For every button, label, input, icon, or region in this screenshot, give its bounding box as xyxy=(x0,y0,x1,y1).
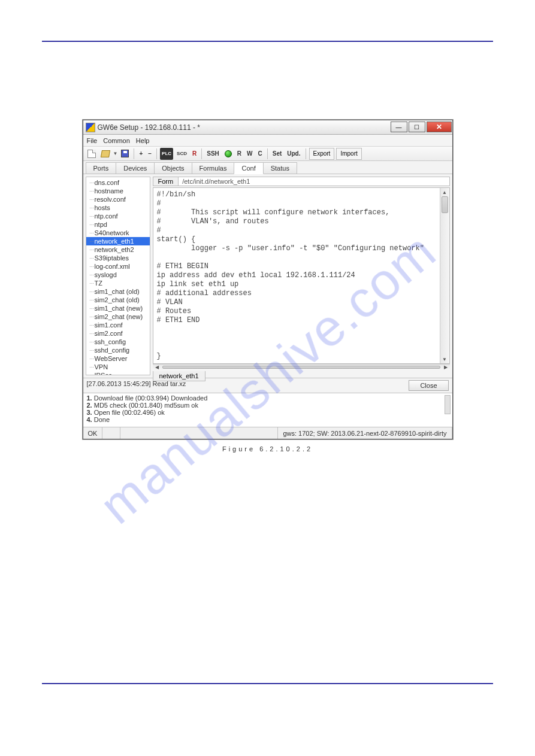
vscroll-thumb[interactable] xyxy=(442,196,448,213)
toolbar-separator xyxy=(156,148,157,159)
tree-item-s39iptables[interactable]: S39iptables xyxy=(86,254,150,262)
code-editor[interactable]: #!/bin/sh # # This script will configure… xyxy=(153,188,440,363)
tree-item-webserver[interactable]: WebServer xyxy=(86,354,150,363)
window-title: GW6e Setup - 192.168.0.111 - * xyxy=(98,123,390,132)
toolbar-separator xyxy=(201,148,202,159)
dropdown-arrow-icon[interactable]: ▼ xyxy=(113,151,118,156)
scroll-down-icon[interactable]: ▼ xyxy=(440,355,449,363)
tree-item-sshd-config[interactable]: sshd_config xyxy=(86,346,150,354)
editor-container: #!/bin/sh # # This script will configure… xyxy=(153,187,450,364)
menu-common[interactable]: Common xyxy=(103,137,130,144)
ssh-connected-icon xyxy=(225,150,232,157)
tab-conf[interactable]: Conf xyxy=(234,162,263,174)
tree-item-sim1-chat-old-[interactable]: sim1_chat (old) xyxy=(86,287,150,296)
figure-caption: Figure 6.2.10.2.2 xyxy=(42,445,493,453)
log-line: 1. Download file (00:03.994) Downloaded xyxy=(87,394,440,402)
tree-item-syslogd[interactable]: syslogd xyxy=(86,271,150,279)
main-tabbar: Ports Devices Objects Formulas Conf Stat… xyxy=(83,161,452,174)
close-window-button[interactable]: ✕ xyxy=(427,122,452,132)
tree-item-vpn[interactable]: VPN xyxy=(86,363,150,371)
vertical-scrollbar[interactable]: ▲ ▼ xyxy=(440,188,449,363)
maximize-button[interactable]: ☐ xyxy=(409,122,425,132)
save-icon xyxy=(121,150,129,157)
tree-item-ntpd[interactable]: ntpd xyxy=(86,220,150,229)
tree-item-network-eth1[interactable]: network_eth1 xyxy=(86,237,150,245)
tab-objects[interactable]: Objects xyxy=(154,162,192,174)
tree-item-sim2-chat-old-[interactable]: sim2_chat (old) xyxy=(86,296,150,304)
hscroll-thumb[interactable] xyxy=(162,366,440,369)
status-text: [27.06.2013 15:45:29] Read tar.xz xyxy=(87,380,186,391)
file-path: /etc/init.d/network_eth1 xyxy=(179,177,449,186)
tree-item-resolv-conf[interactable]: resolv.conf xyxy=(86,195,150,204)
tree-item-network-eth2[interactable]: network_eth2 xyxy=(86,245,150,254)
tree-item-hostname[interactable]: hostname xyxy=(86,187,150,195)
menu-help[interactable]: Help xyxy=(136,137,150,144)
scd-button[interactable]: SCD xyxy=(175,148,189,160)
tree-item-ipsec[interactable]: IPSec xyxy=(86,371,150,375)
tree-item-ntp-conf[interactable]: ntp.conf xyxy=(86,212,150,220)
minimize-button[interactable]: — xyxy=(391,122,407,132)
tree-item-log-conf-xml[interactable]: log-conf.xml xyxy=(86,262,150,271)
scroll-up-icon[interactable]: ▲ xyxy=(440,188,449,196)
tree-item-ssh-config[interactable]: ssh_config xyxy=(86,338,150,346)
remove-button[interactable]: − xyxy=(146,148,153,160)
app-icon xyxy=(86,123,95,132)
c-button[interactable]: C xyxy=(256,148,264,160)
tree-item-sim2-chat-new-[interactable]: sim2_chat (new) xyxy=(86,312,150,321)
tree-item-hosts[interactable]: hosts xyxy=(86,204,150,212)
open-button[interactable] xyxy=(99,148,111,160)
add-button[interactable]: + xyxy=(137,148,144,160)
form-tab[interactable]: Form xyxy=(153,177,179,186)
scroll-left-icon[interactable]: ◀ xyxy=(153,365,161,370)
w-button[interactable]: W xyxy=(245,148,254,160)
open-icon xyxy=(100,150,110,157)
log-scrollbar[interactable] xyxy=(445,395,451,414)
log-line: 2. MD5 check (00:01.840) md5sum ok xyxy=(87,402,440,409)
log-line: 3. Open file (00:02.496) ok xyxy=(87,409,440,416)
content-area: dns.confhostnameresolv.confhostsntp.conf… xyxy=(83,174,452,378)
plc-button[interactable]: PLC xyxy=(160,148,173,160)
divider-top xyxy=(42,41,493,42)
ssh-label: SSH xyxy=(205,148,221,160)
tree-item-sim2-conf[interactable]: sim2.conf xyxy=(86,329,150,338)
horizontal-scrollbar[interactable]: ◀ ▶ xyxy=(153,364,450,370)
scroll-right-icon[interactable]: ▶ xyxy=(442,365,450,370)
tree-item-s40network[interactable]: S40network xyxy=(86,229,150,237)
tree-item-dns-conf[interactable]: dns.conf xyxy=(86,178,150,187)
log-area: 1. Download file (00:03.994) Downloaded2… xyxy=(83,393,452,427)
tree-item-tz[interactable]: TZ xyxy=(86,279,150,287)
titlebar: GW6e Setup - 192.168.0.111 - * — ☐ ✕ xyxy=(83,120,452,135)
divider-bottom xyxy=(42,683,493,684)
app-window: GW6e Setup - 192.168.0.111 - * — ☐ ✕ Fil… xyxy=(83,120,453,439)
toolbar-separator xyxy=(267,148,268,159)
r-button-1[interactable]: R xyxy=(191,148,198,160)
ssh-status-button[interactable] xyxy=(223,148,234,160)
statusbar-version: gws: 1702; SW: 2013.06.21-next-02-876991… xyxy=(278,427,452,439)
toolbar-separator xyxy=(134,148,134,159)
set-button[interactable]: Set xyxy=(271,148,284,160)
import-button[interactable]: Import xyxy=(336,148,361,160)
toolbar-separator xyxy=(306,148,306,159)
tab-ports[interactable]: Ports xyxy=(86,162,117,174)
menu-file[interactable]: File xyxy=(87,137,98,144)
upd-button[interactable]: Upd. xyxy=(285,148,302,160)
config-tree[interactable]: dns.confhostnameresolv.confhostsntp.conf… xyxy=(86,177,150,375)
new-button[interactable] xyxy=(86,148,98,160)
tab-status[interactable]: Status xyxy=(263,162,297,174)
statusbar: OK gws: 1702; SW: 2013.06.21-next-02-876… xyxy=(83,427,452,439)
statusbar-cell xyxy=(102,427,120,439)
toolbar: ▼ + − PLC SCD R SSH R W C Set Upd. Expor… xyxy=(83,147,452,161)
statusbar-ok: OK xyxy=(83,427,103,439)
save-button[interactable] xyxy=(119,148,131,160)
close-button[interactable]: Close xyxy=(409,380,448,391)
statusbar-spacer xyxy=(120,427,278,439)
editor-pane: Form /etc/init.d/network_eth1 #!/bin/sh … xyxy=(153,177,450,375)
export-button[interactable]: Export xyxy=(309,148,335,160)
log-line: 4. Done xyxy=(87,416,440,423)
tab-devices[interactable]: Devices xyxy=(116,162,155,174)
new-icon xyxy=(87,150,96,158)
tree-item-sim1-chat-new-[interactable]: sim1_chat (new) xyxy=(86,304,150,312)
r-button-2[interactable]: R xyxy=(235,148,243,160)
tab-formulas[interactable]: Formulas xyxy=(192,162,235,174)
tree-item-sim1-conf[interactable]: sim1.conf xyxy=(86,321,150,329)
